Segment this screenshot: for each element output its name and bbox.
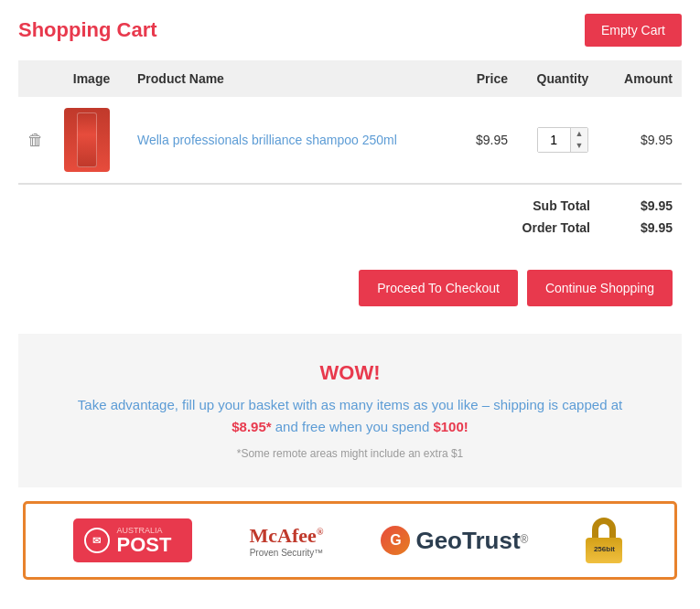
lock-icon: 256bit xyxy=(586,518,627,563)
table-row: 🗑 Wella professionals brilliance shampoo… xyxy=(18,97,682,184)
col-amount: Amount xyxy=(608,60,682,97)
lock-body: 256bit xyxy=(586,538,622,563)
lock-bits-text: 256bit xyxy=(586,538,622,553)
aus-post-text: AUSTRALIA POST xyxy=(117,526,172,555)
quantity-stepper[interactable]: ▲ ▼ xyxy=(537,127,589,153)
quantity-input[interactable] xyxy=(538,128,570,152)
ssl-lock-badge: 256bit xyxy=(586,518,627,563)
order-total-value: $9.95 xyxy=(618,220,673,235)
aus-post-post-label: POST xyxy=(117,535,172,555)
amount-cell: $9.95 xyxy=(608,97,682,184)
geotrust-badge: G GeoTrust® xyxy=(381,526,528,555)
australia-post-badge: ✉ AUSTRALIA POST xyxy=(73,518,192,562)
mcafee-badge: McAfee® Proven Security™ xyxy=(250,524,324,558)
quantity-down-button[interactable]: ▼ xyxy=(571,140,588,152)
product-image-inner xyxy=(77,112,97,167)
order-total-label: Order Total xyxy=(522,220,590,235)
mcafee-registered-icon: ® xyxy=(317,526,323,536)
quantity-cell: ▲ ▼ xyxy=(517,97,608,184)
mcafee-name: McAfee xyxy=(250,524,317,547)
col-delete xyxy=(18,60,55,97)
proceed-to-checkout-button[interactable]: Proceed To Checkout xyxy=(359,270,518,306)
order-total-row: Order Total $9.95 xyxy=(398,220,673,235)
promo-text-part1: Take advantage, fill up your basket with… xyxy=(78,397,622,412)
product-link[interactable]: Wella professionals brilliance shampoo 2… xyxy=(137,133,397,147)
promo-wow: WOW! xyxy=(37,361,663,385)
quantity-up-button[interactable]: ▲ xyxy=(571,128,588,140)
lock-shackle xyxy=(592,518,616,538)
mcafee-subtitle: Proven Security™ xyxy=(250,548,324,558)
trust-section: ✉ AUSTRALIA POST McAfee® Proven Security… xyxy=(23,501,677,580)
product-name-cell: Wella professionals brilliance shampoo 2… xyxy=(128,97,444,184)
promo-note: *Some remote areas might include an extr… xyxy=(37,447,663,460)
geotrust-registered-icon: ® xyxy=(521,533,529,546)
price-cell: $9.95 xyxy=(444,97,517,184)
aus-post-circle-icon: ✉ xyxy=(84,528,110,553)
sub-total-row: Sub Total $9.95 xyxy=(398,198,673,213)
totals-section: Sub Total $9.95 Order Total $9.95 xyxy=(18,184,682,256)
geotrust-logo-icon: G xyxy=(381,526,410,555)
header-row: Shopping Cart Empty Cart xyxy=(18,14,682,47)
promo-highlight1: $8.95* xyxy=(232,419,271,434)
amount-value: $9.95 xyxy=(641,133,673,147)
cart-table: Image Product Name Price Quantity Amount… xyxy=(18,60,682,184)
image-cell xyxy=(55,97,128,184)
sub-total-label: Sub Total xyxy=(533,198,590,213)
col-image: Image xyxy=(55,60,128,97)
promo-text-part2: and free when you spend xyxy=(275,419,429,434)
promo-text: Take advantage, fill up your basket with… xyxy=(37,394,663,438)
continue-shopping-button[interactable]: Continue Shopping xyxy=(527,270,673,306)
page-title: Shopping Cart xyxy=(18,18,157,42)
action-buttons-row: Proceed To Checkout Continue Shopping xyxy=(18,256,682,325)
empty-cart-button[interactable]: Empty Cart xyxy=(585,14,682,47)
product-image xyxy=(64,108,110,172)
promo-highlight2: $100! xyxy=(433,419,468,434)
col-quantity: Quantity xyxy=(517,60,608,97)
mcafee-title: McAfee® xyxy=(250,524,324,548)
sub-total-value: $9.95 xyxy=(618,198,673,213)
col-price: Price xyxy=(444,60,517,97)
delete-icon[interactable]: 🗑 xyxy=(27,131,44,149)
delete-cell: 🗑 xyxy=(18,97,55,184)
geotrust-name-text: GeoTrust® xyxy=(415,527,528,555)
table-header-row: Image Product Name Price Quantity Amount xyxy=(18,60,682,97)
quantity-arrows: ▲ ▼ xyxy=(570,128,588,152)
promo-section: WOW! Take advantage, fill up your basket… xyxy=(18,334,682,487)
page-wrapper: Shopping Cart Empty Cart Image Product N… xyxy=(0,0,700,607)
geotrust-name: GeoTrust xyxy=(415,527,520,554)
price-value: $9.95 xyxy=(476,133,508,147)
col-product-name: Product Name xyxy=(128,60,444,97)
